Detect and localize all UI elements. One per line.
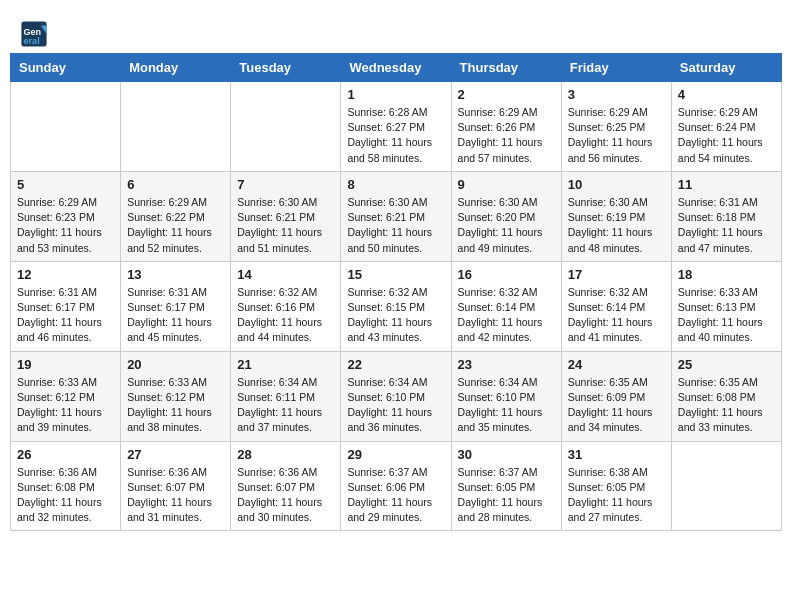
day-number: 19 (17, 357, 114, 372)
calendar-cell: 19Sunrise: 6:33 AM Sunset: 6:12 PM Dayli… (11, 351, 121, 441)
day-number: 16 (458, 267, 555, 282)
logo: Gen eral (20, 20, 50, 48)
calendar-cell: 12Sunrise: 6:31 AM Sunset: 6:17 PM Dayli… (11, 261, 121, 351)
calendar-cell: 8Sunrise: 6:30 AM Sunset: 6:21 PM Daylig… (341, 171, 451, 261)
calendar-cell: 15Sunrise: 6:32 AM Sunset: 6:15 PM Dayli… (341, 261, 451, 351)
day-number: 17 (568, 267, 665, 282)
day-header-wednesday: Wednesday (341, 54, 451, 82)
day-info: Sunrise: 6:30 AM Sunset: 6:21 PM Dayligh… (347, 195, 444, 256)
calendar-cell: 1Sunrise: 6:28 AM Sunset: 6:27 PM Daylig… (341, 82, 451, 172)
day-info: Sunrise: 6:33 AM Sunset: 6:13 PM Dayligh… (678, 285, 775, 346)
day-number: 10 (568, 177, 665, 192)
calendar-cell: 20Sunrise: 6:33 AM Sunset: 6:12 PM Dayli… (121, 351, 231, 441)
calendar-cell (11, 82, 121, 172)
calendar-cell: 17Sunrise: 6:32 AM Sunset: 6:14 PM Dayli… (561, 261, 671, 351)
calendar-header: SundayMondayTuesdayWednesdayThursdayFrid… (11, 54, 782, 82)
day-info: Sunrise: 6:29 AM Sunset: 6:26 PM Dayligh… (458, 105, 555, 166)
day-number: 30 (458, 447, 555, 462)
calendar-cell: 28Sunrise: 6:36 AM Sunset: 6:07 PM Dayli… (231, 441, 341, 531)
day-number: 9 (458, 177, 555, 192)
day-info: Sunrise: 6:30 AM Sunset: 6:21 PM Dayligh… (237, 195, 334, 256)
day-number: 14 (237, 267, 334, 282)
logo-icon: Gen eral (20, 20, 48, 48)
calendar-cell (671, 441, 781, 531)
calendar-cell: 24Sunrise: 6:35 AM Sunset: 6:09 PM Dayli… (561, 351, 671, 441)
calendar-cell: 7Sunrise: 6:30 AM Sunset: 6:21 PM Daylig… (231, 171, 341, 261)
day-info: Sunrise: 6:30 AM Sunset: 6:20 PM Dayligh… (458, 195, 555, 256)
calendar-cell: 16Sunrise: 6:32 AM Sunset: 6:14 PM Dayli… (451, 261, 561, 351)
calendar-cell: 18Sunrise: 6:33 AM Sunset: 6:13 PM Dayli… (671, 261, 781, 351)
day-number: 25 (678, 357, 775, 372)
calendar-week-4: 19Sunrise: 6:33 AM Sunset: 6:12 PM Dayli… (11, 351, 782, 441)
day-info: Sunrise: 6:35 AM Sunset: 6:08 PM Dayligh… (678, 375, 775, 436)
day-number: 18 (678, 267, 775, 282)
calendar-cell: 3Sunrise: 6:29 AM Sunset: 6:25 PM Daylig… (561, 82, 671, 172)
day-number: 29 (347, 447, 444, 462)
calendar-cell: 6Sunrise: 6:29 AM Sunset: 6:22 PM Daylig… (121, 171, 231, 261)
day-info: Sunrise: 6:34 AM Sunset: 6:10 PM Dayligh… (347, 375, 444, 436)
calendar-cell: 5Sunrise: 6:29 AM Sunset: 6:23 PM Daylig… (11, 171, 121, 261)
day-number: 8 (347, 177, 444, 192)
day-info: Sunrise: 6:32 AM Sunset: 6:16 PM Dayligh… (237, 285, 334, 346)
day-info: Sunrise: 6:34 AM Sunset: 6:10 PM Dayligh… (458, 375, 555, 436)
day-info: Sunrise: 6:33 AM Sunset: 6:12 PM Dayligh… (17, 375, 114, 436)
day-header-friday: Friday (561, 54, 671, 82)
day-info: Sunrise: 6:28 AM Sunset: 6:27 PM Dayligh… (347, 105, 444, 166)
day-header-monday: Monday (121, 54, 231, 82)
calendar-cell: 14Sunrise: 6:32 AM Sunset: 6:16 PM Dayli… (231, 261, 341, 351)
day-number: 20 (127, 357, 224, 372)
day-info: Sunrise: 6:36 AM Sunset: 6:08 PM Dayligh… (17, 465, 114, 526)
calendar-week-2: 5Sunrise: 6:29 AM Sunset: 6:23 PM Daylig… (11, 171, 782, 261)
day-number: 3 (568, 87, 665, 102)
day-info: Sunrise: 6:37 AM Sunset: 6:06 PM Dayligh… (347, 465, 444, 526)
calendar-cell: 13Sunrise: 6:31 AM Sunset: 6:17 PM Dayli… (121, 261, 231, 351)
calendar-cell: 21Sunrise: 6:34 AM Sunset: 6:11 PM Dayli… (231, 351, 341, 441)
day-number: 5 (17, 177, 114, 192)
day-info: Sunrise: 6:32 AM Sunset: 6:14 PM Dayligh… (568, 285, 665, 346)
day-number: 1 (347, 87, 444, 102)
calendar-cell: 25Sunrise: 6:35 AM Sunset: 6:08 PM Dayli… (671, 351, 781, 441)
day-header-sunday: Sunday (11, 54, 121, 82)
calendar-body: 1Sunrise: 6:28 AM Sunset: 6:27 PM Daylig… (11, 82, 782, 531)
day-info: Sunrise: 6:36 AM Sunset: 6:07 PM Dayligh… (127, 465, 224, 526)
calendar-cell: 26Sunrise: 6:36 AM Sunset: 6:08 PM Dayli… (11, 441, 121, 531)
calendar-cell: 27Sunrise: 6:36 AM Sunset: 6:07 PM Dayli… (121, 441, 231, 531)
day-info: Sunrise: 6:36 AM Sunset: 6:07 PM Dayligh… (237, 465, 334, 526)
day-info: Sunrise: 6:29 AM Sunset: 6:22 PM Dayligh… (127, 195, 224, 256)
day-info: Sunrise: 6:34 AM Sunset: 6:11 PM Dayligh… (237, 375, 334, 436)
day-number: 26 (17, 447, 114, 462)
calendar-cell: 11Sunrise: 6:31 AM Sunset: 6:18 PM Dayli… (671, 171, 781, 261)
calendar-cell: 23Sunrise: 6:34 AM Sunset: 6:10 PM Dayli… (451, 351, 561, 441)
day-info: Sunrise: 6:29 AM Sunset: 6:23 PM Dayligh… (17, 195, 114, 256)
day-number: 6 (127, 177, 224, 192)
day-number: 31 (568, 447, 665, 462)
calendar-cell: 29Sunrise: 6:37 AM Sunset: 6:06 PM Dayli… (341, 441, 451, 531)
day-header-saturday: Saturday (671, 54, 781, 82)
day-info: Sunrise: 6:29 AM Sunset: 6:24 PM Dayligh… (678, 105, 775, 166)
day-info: Sunrise: 6:31 AM Sunset: 6:17 PM Dayligh… (17, 285, 114, 346)
day-number: 13 (127, 267, 224, 282)
svg-text:eral: eral (24, 36, 40, 46)
day-header-thursday: Thursday (451, 54, 561, 82)
day-number: 2 (458, 87, 555, 102)
calendar-week-3: 12Sunrise: 6:31 AM Sunset: 6:17 PM Dayli… (11, 261, 782, 351)
day-number: 15 (347, 267, 444, 282)
day-number: 4 (678, 87, 775, 102)
day-number: 27 (127, 447, 224, 462)
day-number: 24 (568, 357, 665, 372)
calendar-cell (121, 82, 231, 172)
day-info: Sunrise: 6:31 AM Sunset: 6:17 PM Dayligh… (127, 285, 224, 346)
calendar-cell: 4Sunrise: 6:29 AM Sunset: 6:24 PM Daylig… (671, 82, 781, 172)
day-header-tuesday: Tuesday (231, 54, 341, 82)
day-info: Sunrise: 6:32 AM Sunset: 6:15 PM Dayligh… (347, 285, 444, 346)
calendar-cell: 10Sunrise: 6:30 AM Sunset: 6:19 PM Dayli… (561, 171, 671, 261)
calendar-week-1: 1Sunrise: 6:28 AM Sunset: 6:27 PM Daylig… (11, 82, 782, 172)
header: Gen eral (10, 10, 782, 53)
calendar-cell: 9Sunrise: 6:30 AM Sunset: 6:20 PM Daylig… (451, 171, 561, 261)
calendar-cell: 30Sunrise: 6:37 AM Sunset: 6:05 PM Dayli… (451, 441, 561, 531)
calendar-cell: 31Sunrise: 6:38 AM Sunset: 6:05 PM Dayli… (561, 441, 671, 531)
calendar-header-row: SundayMondayTuesdayWednesdayThursdayFrid… (11, 54, 782, 82)
day-info: Sunrise: 6:35 AM Sunset: 6:09 PM Dayligh… (568, 375, 665, 436)
calendar-cell (231, 82, 341, 172)
day-info: Sunrise: 6:31 AM Sunset: 6:18 PM Dayligh… (678, 195, 775, 256)
